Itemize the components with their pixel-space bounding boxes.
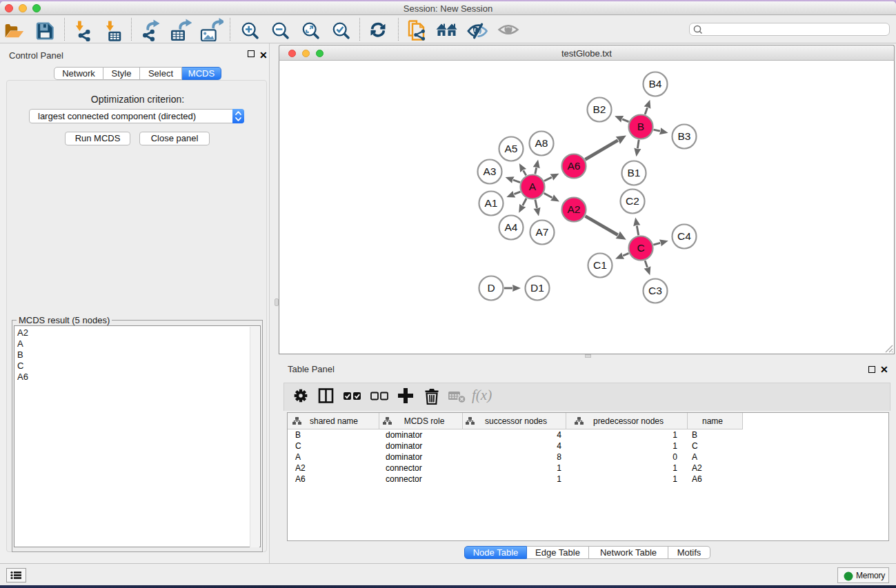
svg-text:C3: C3 (648, 285, 662, 296)
svg-text:C1: C1 (593, 259, 607, 271)
svg-text:A8: A8 (535, 137, 548, 149)
svg-text:A5: A5 (505, 143, 518, 154)
svg-text:B3: B3 (678, 130, 691, 142)
svg-text:A4: A4 (505, 221, 518, 233)
svg-text:C: C (637, 242, 644, 254)
svg-text:D: D (487, 282, 495, 294)
svg-text:C2: C2 (626, 195, 639, 207)
svg-text:A1: A1 (485, 197, 498, 209)
svg-text:A: A (529, 181, 537, 192)
svg-text:A3: A3 (484, 165, 497, 177)
svg-text:A2: A2 (568, 203, 581, 215)
svg-text:A7: A7 (536, 226, 549, 238)
svg-text:D1: D1 (530, 282, 544, 294)
svg-text:B: B (637, 121, 644, 132)
svg-text:B4: B4 (649, 78, 662, 90)
svg-text:B1: B1 (628, 167, 641, 179)
svg-text:A6: A6 (568, 160, 581, 172)
svg-text:C4: C4 (677, 230, 691, 242)
svg-text:B2: B2 (593, 103, 606, 115)
